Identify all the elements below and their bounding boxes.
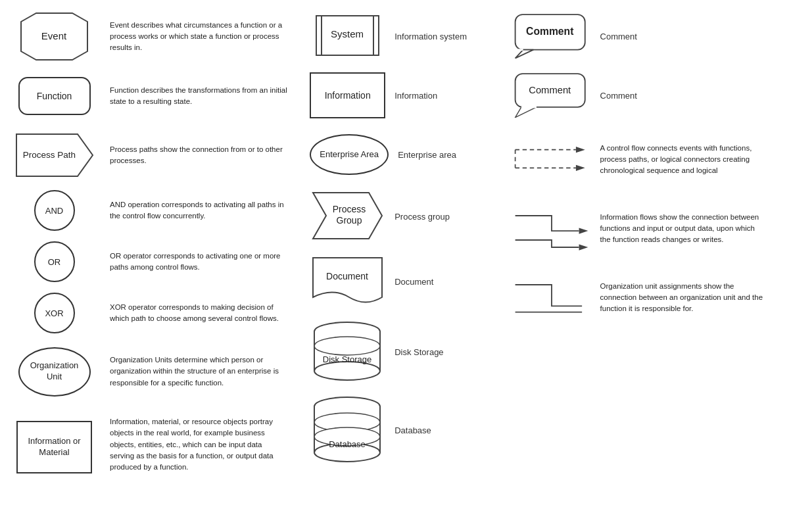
- shape-org-assign-container: [512, 272, 591, 324]
- col3-item-comment1: Comment Comment: [506, 7, 786, 66]
- shape-process-group-container: Process Group: [310, 189, 385, 244]
- svg-text:Comment: Comment: [529, 84, 571, 95]
- info-material-icon: Information orMaterial: [16, 421, 92, 473]
- shape-enterprise-container: Enterprise Area: [310, 134, 389, 175]
- document-label: Document: [394, 277, 433, 287]
- col2-item-document: Document Document: [303, 249, 505, 314]
- shape-or-container: OR: [7, 241, 102, 282]
- and-description: AND operation corresponds to activating …: [110, 199, 287, 222]
- process-group-icon: Process Group: [310, 189, 385, 242]
- svg-text:Document: Document: [326, 271, 368, 281]
- col2-item-enterprise: Enterprise Area Enterprise area: [303, 125, 505, 184]
- shape-document-container: Document: [310, 254, 385, 309]
- org-assign-description: Organization unit assignments show the c…: [600, 281, 765, 315]
- info-flow-icon: [512, 203, 591, 253]
- item-xor: XOR XOR operator corresponds to making d…: [3, 287, 303, 339]
- function-icon: Function: [18, 77, 91, 115]
- shape-process-path-container: Process Path: [7, 133, 102, 178]
- information-label: Information: [394, 91, 437, 101]
- info-material-label: Information orMaterial: [28, 436, 80, 458]
- col3-item-comment2: Comment Comment: [506, 66, 786, 125]
- event-description: Event describes what circumstances a fun…: [110, 20, 287, 54]
- shape-info-material-container: Information orMaterial: [7, 421, 102, 473]
- and-icon: AND: [34, 190, 75, 231]
- svg-text:Disk Storage: Disk Storage: [323, 354, 371, 364]
- org-assign-icon: [512, 272, 591, 322]
- info-material-description: Information, material, or resource objec…: [110, 416, 287, 473]
- and-label: AND: [45, 206, 63, 216]
- comment1-icon: Comment: [512, 12, 591, 59]
- svg-text:Event: Event: [41, 30, 67, 41]
- function-label: Function: [37, 90, 72, 102]
- item-function: Function Function describes the transfor…: [3, 66, 303, 126]
- system-label: Information system: [394, 32, 467, 41]
- xor-icon: XOR: [34, 293, 75, 333]
- control-flow-icon: [512, 134, 591, 183]
- org-unit-label: OrganizationUnit: [30, 360, 79, 383]
- svg-text:Comment: Comment: [526, 25, 574, 36]
- col3-item-org-assign: Organization unit assignments show the c…: [506, 263, 786, 332]
- or-label: OR: [48, 257, 61, 267]
- shape-comment2-container: Comment: [512, 72, 591, 120]
- shape-database-container: Database: [310, 395, 385, 466]
- process-path-icon: Process Path: [15, 133, 94, 178]
- svg-marker-42: [579, 244, 588, 250]
- event-icon: Event: [20, 12, 89, 61]
- function-description: Function describes the transformations f…: [110, 85, 287, 108]
- col2-item-disk-storage: Disk Storage Disk Storage: [303, 314, 505, 389]
- shape-event-container: Event: [7, 12, 102, 61]
- item-info-material: Information orMaterial Information, mate…: [3, 404, 303, 483]
- information-icon: Information: [310, 72, 385, 118]
- shape-info-flow-container: [512, 203, 591, 254]
- item-process-path: Process Path Process paths show the conn…: [3, 126, 303, 185]
- svg-point-18: [314, 337, 380, 355]
- enterprise-label: Enterprise area: [398, 150, 456, 160]
- shape-comment1-container: Comment: [512, 12, 591, 60]
- database-label: Database: [394, 425, 431, 435]
- column-2: System Information system Information In…: [303, 7, 505, 483]
- svg-text:Database: Database: [329, 439, 366, 449]
- item-event: Event Event describes what circumstances…: [3, 7, 303, 66]
- shape-information-container: Information: [310, 72, 385, 118]
- col3-item-info-flow: Information flows show the connection be…: [506, 194, 786, 263]
- col2-item-system: System Information system: [303, 7, 505, 66]
- information-shape-label: Information: [325, 89, 371, 101]
- item-and: AND AND operation corresponds to activat…: [3, 185, 303, 236]
- legend-container: Event Event describes what circumstances…: [0, 0, 789, 490]
- col2-item-database: Database Database: [303, 389, 505, 471]
- svg-text:System: System: [331, 28, 364, 39]
- process-path-description: Process paths show the connection from o…: [110, 144, 287, 167]
- disk-storage-icon: Disk Storage: [310, 320, 385, 382]
- shape-org-unit-container: OrganizationUnit: [7, 347, 102, 397]
- col2-item-process-group: Process Group Process group: [303, 184, 505, 249]
- shape-function-container: Function: [7, 77, 102, 115]
- or-icon: OR: [34, 241, 75, 282]
- svg-marker-29: [515, 49, 533, 58]
- xor-description: XOR operator corresponds to making decis…: [110, 302, 287, 325]
- or-description: OR operator corresponds to activating on…: [110, 251, 287, 274]
- svg-marker-39: [576, 164, 585, 170]
- shape-system-container: System: [310, 12, 385, 60]
- process-group-label: Process group: [394, 212, 450, 222]
- xor-label: XOR: [45, 308, 63, 318]
- item-org-unit: OrganizationUnit Organization Units dete…: [3, 339, 303, 404]
- shape-and-container: AND: [7, 190, 102, 231]
- enterprise-area-shape-label: Enterprise Area: [320, 149, 379, 160]
- svg-text:Group: Group: [337, 215, 362, 226]
- column-3: Comment Comment Comment Comment: [506, 7, 786, 483]
- svg-text:Process Path: Process Path: [22, 150, 75, 160]
- shape-disk-container: Disk Storage: [310, 320, 385, 384]
- control-flow-description: A control flow connects events with func…: [600, 143, 765, 177]
- col2-item-information: Information Information: [303, 66, 505, 125]
- comment1-label: Comment: [600, 32, 637, 41]
- svg-point-17: [314, 362, 380, 380]
- shape-control-flow-container: [512, 134, 591, 185]
- svg-text:Process: Process: [333, 204, 366, 214]
- org-unit-icon: OrganizationUnit: [18, 347, 91, 397]
- comment2-label: Comment: [600, 91, 637, 101]
- disk-storage-label: Disk Storage: [394, 347, 443, 357]
- org-unit-description: Organization Units determine which perso…: [110, 354, 287, 389]
- column-1: Event Event describes what circumstances…: [3, 7, 303, 483]
- comment2-icon: Comment: [512, 72, 591, 118]
- enterprise-area-icon: Enterprise Area: [310, 134, 389, 175]
